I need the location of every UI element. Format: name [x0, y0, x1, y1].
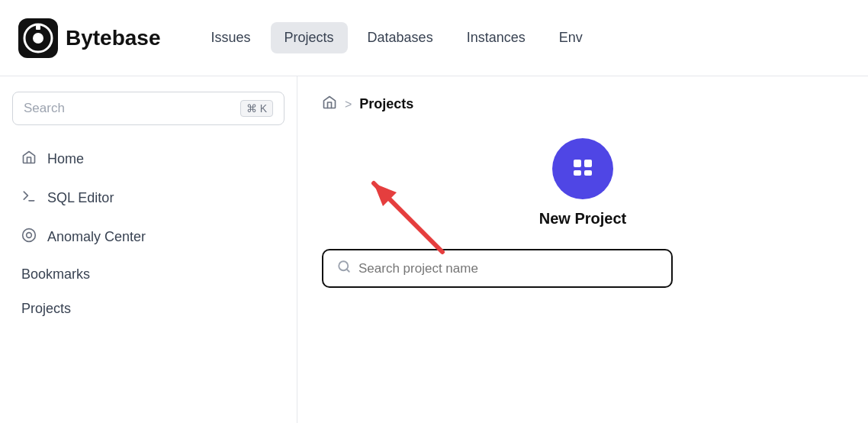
- breadcrumb-current: Projects: [359, 96, 413, 112]
- svg-point-2: [33, 33, 43, 44]
- svg-rect-9: [584, 170, 592, 176]
- new-project-button[interactable]: [552, 138, 613, 199]
- sidebar-item-home[interactable]: Home: [12, 140, 285, 178]
- bytebase-logo-icon: [18, 18, 58, 58]
- content-area: > Projects New Project: [297, 76, 868, 423]
- nav-item-issues[interactable]: Issues: [198, 22, 265, 53]
- new-project-icon: [567, 153, 598, 184]
- main-layout: Search ⌘ K Home SQL Editor: [0, 76, 868, 423]
- sidebar-item-home-label: Home: [47, 151, 84, 167]
- sidebar-section-projects[interactable]: Projects: [12, 292, 285, 326]
- new-project-label: New Project: [539, 210, 626, 228]
- svg-rect-8: [574, 170, 581, 176]
- search-kbd: ⌘ K: [240, 100, 273, 117]
- new-project-area: New Project: [322, 138, 844, 228]
- sidebar-item-anomaly-center-label: Anomaly Center: [47, 229, 146, 245]
- svg-rect-3: [36, 25, 40, 30]
- sidebar-item-anomaly-center[interactable]: Anomaly Center: [12, 218, 285, 256]
- svg-line-11: [346, 269, 349, 271]
- sidebar-item-sql-editor[interactable]: SQL Editor: [12, 179, 285, 217]
- breadcrumb-home-icon[interactable]: [322, 95, 337, 114]
- svg-point-5: [27, 233, 32, 238]
- anomaly-center-icon: [21, 228, 37, 247]
- nav-item-env[interactable]: Env: [545, 22, 596, 53]
- search-placeholder: Search: [24, 101, 65, 116]
- logo-text: Bytebase: [66, 26, 161, 50]
- search-project-icon: [337, 260, 351, 277]
- sidebar: Search ⌘ K Home SQL Editor: [0, 76, 297, 423]
- home-icon: [21, 150, 37, 169]
- breadcrumb-separator: >: [345, 98, 352, 111]
- svg-rect-7: [584, 160, 592, 167]
- breadcrumb: > Projects: [322, 95, 844, 114]
- nav-item-databases[interactable]: Databases: [354, 22, 447, 53]
- svg-rect-6: [574, 160, 581, 167]
- logo-area: Bytebase: [18, 18, 161, 58]
- main-nav: Issues Projects Databases Instances Env: [198, 22, 596, 53]
- search-project-input[interactable]: [358, 261, 657, 276]
- sql-editor-icon: [21, 189, 37, 208]
- search-box[interactable]: Search ⌘ K: [12, 92, 285, 125]
- search-project-box[interactable]: [322, 249, 673, 288]
- sidebar-section-bookmarks[interactable]: Bookmarks: [12, 257, 285, 292]
- sidebar-item-sql-editor-label: SQL Editor: [47, 190, 114, 206]
- top-navigation: Bytebase Issues Projects Databases Insta…: [0, 0, 868, 76]
- nav-item-projects[interactable]: Projects: [271, 22, 348, 53]
- nav-item-instances[interactable]: Instances: [453, 22, 539, 53]
